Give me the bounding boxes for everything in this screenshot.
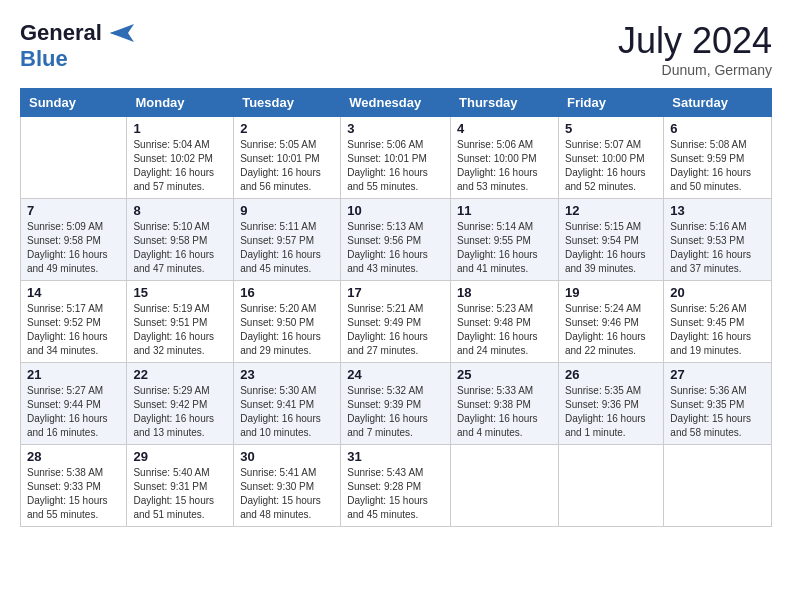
sunrise-text: Sunrise: 5:07 AM xyxy=(565,138,657,152)
sunrise-text: Sunrise: 5:38 AM xyxy=(27,466,120,480)
daylight-text: Daylight: 16 hours and 39 minutes. xyxy=(565,248,657,276)
calendar-cell: 24Sunrise: 5:32 AMSunset: 9:39 PMDayligh… xyxy=(341,363,451,445)
day-info: Sunrise: 5:04 AMSunset: 10:02 PMDaylight… xyxy=(133,138,227,194)
daylight-text: Daylight: 16 hours and 55 minutes. xyxy=(347,166,444,194)
sunset-text: Sunset: 9:55 PM xyxy=(457,234,552,248)
daylight-text: Daylight: 16 hours and 29 minutes. xyxy=(240,330,334,358)
sunset-text: Sunset: 9:30 PM xyxy=(240,480,334,494)
day-number: 19 xyxy=(565,285,657,300)
calendar-week-row: 21Sunrise: 5:27 AMSunset: 9:44 PMDayligh… xyxy=(21,363,772,445)
sunset-text: Sunset: 10:02 PM xyxy=(133,152,227,166)
day-number: 21 xyxy=(27,367,120,382)
sunset-text: Sunset: 9:28 PM xyxy=(347,480,444,494)
day-number: 22 xyxy=(133,367,227,382)
daylight-text: Daylight: 16 hours and 50 minutes. xyxy=(670,166,765,194)
sunrise-text: Sunrise: 5:16 AM xyxy=(670,220,765,234)
day-number: 20 xyxy=(670,285,765,300)
sunset-text: Sunset: 9:58 PM xyxy=(133,234,227,248)
day-info: Sunrise: 5:08 AMSunset: 9:59 PMDaylight:… xyxy=(670,138,765,194)
daylight-text: Daylight: 16 hours and 49 minutes. xyxy=(27,248,120,276)
daylight-text: Daylight: 16 hours and 37 minutes. xyxy=(670,248,765,276)
sunrise-text: Sunrise: 5:26 AM xyxy=(670,302,765,316)
sunset-text: Sunset: 10:00 PM xyxy=(565,152,657,166)
sunset-text: Sunset: 9:36 PM xyxy=(565,398,657,412)
sunset-text: Sunset: 10:00 PM xyxy=(457,152,552,166)
sunset-text: Sunset: 10:01 PM xyxy=(240,152,334,166)
sunset-text: Sunset: 9:44 PM xyxy=(27,398,120,412)
title-block: July 2024 Dunum, Germany xyxy=(618,20,772,78)
calendar-cell: 14Sunrise: 5:17 AMSunset: 9:52 PMDayligh… xyxy=(21,281,127,363)
day-info: Sunrise: 5:33 AMSunset: 9:38 PMDaylight:… xyxy=(457,384,552,440)
daylight-text: Daylight: 16 hours and 16 minutes. xyxy=(27,412,120,440)
sunset-text: Sunset: 9:50 PM xyxy=(240,316,334,330)
sunset-text: Sunset: 9:33 PM xyxy=(27,480,120,494)
sunset-text: Sunset: 9:39 PM xyxy=(347,398,444,412)
day-info: Sunrise: 5:21 AMSunset: 9:49 PMDaylight:… xyxy=(347,302,444,358)
day-info: Sunrise: 5:13 AMSunset: 9:56 PMDaylight:… xyxy=(347,220,444,276)
daylight-text: Daylight: 16 hours and 32 minutes. xyxy=(133,330,227,358)
day-info: Sunrise: 5:10 AMSunset: 9:58 PMDaylight:… xyxy=(133,220,227,276)
calendar-cell: 15Sunrise: 5:19 AMSunset: 9:51 PMDayligh… xyxy=(127,281,234,363)
daylight-text: Daylight: 16 hours and 4 minutes. xyxy=(457,412,552,440)
sunrise-text: Sunrise: 5:05 AM xyxy=(240,138,334,152)
calendar-cell: 22Sunrise: 5:29 AMSunset: 9:42 PMDayligh… xyxy=(127,363,234,445)
calendar-cell: 10Sunrise: 5:13 AMSunset: 9:56 PMDayligh… xyxy=(341,199,451,281)
sunset-text: Sunset: 9:51 PM xyxy=(133,316,227,330)
sunrise-text: Sunrise: 5:24 AM xyxy=(565,302,657,316)
day-number: 5 xyxy=(565,121,657,136)
daylight-text: Daylight: 16 hours and 24 minutes. xyxy=(457,330,552,358)
calendar-weekday-tuesday: Tuesday xyxy=(234,89,341,117)
calendar-cell: 3Sunrise: 5:06 AMSunset: 10:01 PMDayligh… xyxy=(341,117,451,199)
calendar-cell: 2Sunrise: 5:05 AMSunset: 10:01 PMDayligh… xyxy=(234,117,341,199)
calendar-cell: 30Sunrise: 5:41 AMSunset: 9:30 PMDayligh… xyxy=(234,445,341,527)
sunrise-text: Sunrise: 5:08 AM xyxy=(670,138,765,152)
daylight-text: Daylight: 15 hours and 51 minutes. xyxy=(133,494,227,522)
calendar-table: SundayMondayTuesdayWednesdayThursdayFrid… xyxy=(20,88,772,527)
day-info: Sunrise: 5:06 AMSunset: 10:01 PMDaylight… xyxy=(347,138,444,194)
day-info: Sunrise: 5:11 AMSunset: 9:57 PMDaylight:… xyxy=(240,220,334,276)
day-number: 4 xyxy=(457,121,552,136)
calendar-cell: 28Sunrise: 5:38 AMSunset: 9:33 PMDayligh… xyxy=(21,445,127,527)
day-number: 8 xyxy=(133,203,227,218)
day-number: 28 xyxy=(27,449,120,464)
svg-marker-1 xyxy=(110,30,120,36)
calendar-weekday-monday: Monday xyxy=(127,89,234,117)
calendar-week-row: 7Sunrise: 5:09 AMSunset: 9:58 PMDaylight… xyxy=(21,199,772,281)
calendar-cell: 17Sunrise: 5:21 AMSunset: 9:49 PMDayligh… xyxy=(341,281,451,363)
day-number: 9 xyxy=(240,203,334,218)
sunset-text: Sunset: 9:58 PM xyxy=(27,234,120,248)
daylight-text: Daylight: 15 hours and 58 minutes. xyxy=(670,412,765,440)
calendar-cell: 9Sunrise: 5:11 AMSunset: 9:57 PMDaylight… xyxy=(234,199,341,281)
daylight-text: Daylight: 15 hours and 45 minutes. xyxy=(347,494,444,522)
daylight-text: Daylight: 16 hours and 27 minutes. xyxy=(347,330,444,358)
calendar-cell: 7Sunrise: 5:09 AMSunset: 9:58 PMDaylight… xyxy=(21,199,127,281)
sunrise-text: Sunrise: 5:43 AM xyxy=(347,466,444,480)
day-number: 2 xyxy=(240,121,334,136)
calendar-weekday-sunday: Sunday xyxy=(21,89,127,117)
calendar-cell: 8Sunrise: 5:10 AMSunset: 9:58 PMDaylight… xyxy=(127,199,234,281)
day-info: Sunrise: 5:16 AMSunset: 9:53 PMDaylight:… xyxy=(670,220,765,276)
sunrise-text: Sunrise: 5:06 AM xyxy=(347,138,444,152)
sunset-text: Sunset: 9:42 PM xyxy=(133,398,227,412)
calendar-header-row: SundayMondayTuesdayWednesdayThursdayFrid… xyxy=(21,89,772,117)
calendar-week-row: 1Sunrise: 5:04 AMSunset: 10:02 PMDayligh… xyxy=(21,117,772,199)
day-info: Sunrise: 5:09 AMSunset: 9:58 PMDaylight:… xyxy=(27,220,120,276)
calendar-cell: 11Sunrise: 5:14 AMSunset: 9:55 PMDayligh… xyxy=(451,199,559,281)
day-number: 31 xyxy=(347,449,444,464)
location-subtitle: Dunum, Germany xyxy=(618,62,772,78)
calendar-cell: 1Sunrise: 5:04 AMSunset: 10:02 PMDayligh… xyxy=(127,117,234,199)
sunrise-text: Sunrise: 5:32 AM xyxy=(347,384,444,398)
logo-plane-icon xyxy=(106,22,134,44)
daylight-text: Daylight: 16 hours and 13 minutes. xyxy=(133,412,227,440)
day-info: Sunrise: 5:05 AMSunset: 10:01 PMDaylight… xyxy=(240,138,334,194)
calendar-cell: 26Sunrise: 5:35 AMSunset: 9:36 PMDayligh… xyxy=(558,363,663,445)
day-number: 3 xyxy=(347,121,444,136)
sunset-text: Sunset: 9:41 PM xyxy=(240,398,334,412)
calendar-cell: 21Sunrise: 5:27 AMSunset: 9:44 PMDayligh… xyxy=(21,363,127,445)
sunrise-text: Sunrise: 5:15 AM xyxy=(565,220,657,234)
day-number: 26 xyxy=(565,367,657,382)
calendar-cell: 6Sunrise: 5:08 AMSunset: 9:59 PMDaylight… xyxy=(664,117,772,199)
sunrise-text: Sunrise: 5:06 AM xyxy=(457,138,552,152)
calendar-cell xyxy=(21,117,127,199)
sunset-text: Sunset: 9:48 PM xyxy=(457,316,552,330)
